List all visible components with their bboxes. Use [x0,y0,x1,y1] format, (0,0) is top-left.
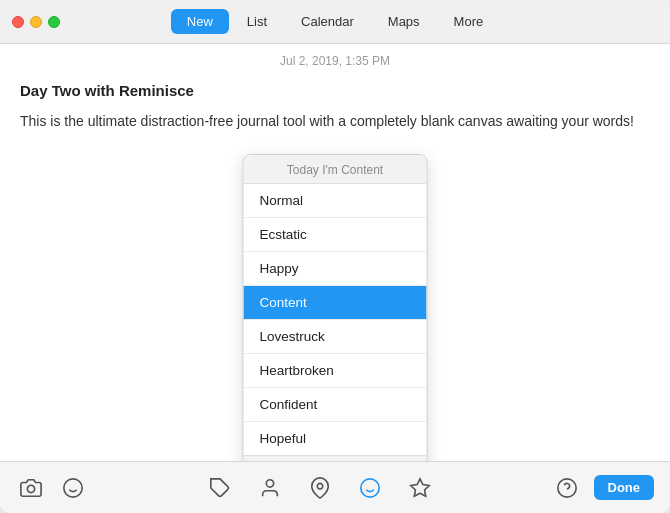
traffic-lights [12,16,60,28]
nav-tab-maps[interactable]: Maps [372,9,436,34]
main-content: Jul 2, 2019, 1:35 PM Day Two with Remini… [0,44,670,461]
close-button[interactable] [12,16,24,28]
journal-text: This is the ultimate distraction-free jo… [20,111,650,132]
nav-tabs: NewListCalendarMapsMore [171,9,499,34]
person-icon[interactable] [255,473,285,503]
date-header: Jul 2, 2019, 1:35 PM [0,44,670,74]
toolbar-left [16,473,88,503]
svg-point-5 [266,479,273,486]
svg-marker-10 [411,478,429,495]
location-icon[interactable] [305,473,335,503]
mood-item-content[interactable]: Content [244,286,427,320]
help-icon[interactable] [552,473,582,503]
zoom-button[interactable] [48,16,60,28]
svg-point-1 [64,478,82,496]
minimize-button[interactable] [30,16,42,28]
nav-tab-calendar[interactable]: Calendar [285,9,370,34]
mood-item-heartbroken[interactable]: Heartbroken [244,354,427,388]
mood-item-normal[interactable]: Normal [244,184,427,218]
mood-search-area [244,455,427,461]
titlebar: NewListCalendarMapsMore [0,0,670,44]
nav-tab-more[interactable]: More [438,9,500,34]
emoji-icon[interactable] [58,473,88,503]
svg-point-6 [317,483,323,489]
tag-icon[interactable] [205,473,235,503]
toolbar-center [205,473,435,503]
journal-title: Day Two with Reminisce [20,82,650,99]
mood-item-hopeful[interactable]: Hopeful [244,422,427,455]
mood-items-list: NormalEcstaticHappyContentLovestruckHear… [244,184,427,455]
nav-tab-new[interactable]: New [171,9,229,34]
mood-item-ecstatic[interactable]: Ecstatic [244,218,427,252]
svg-point-11 [557,478,575,496]
toolbar: Done [0,461,670,513]
done-button[interactable]: Done [594,475,655,500]
mood-item-lovestruck[interactable]: Lovestruck [244,320,427,354]
mood-dropdown-header: Today I'm Content [244,155,427,184]
app-window: NewListCalendarMapsMore Jul 2, 2019, 1:3… [0,0,670,513]
mood-item-confident[interactable]: Confident [244,388,427,422]
journal-body: Day Two with Reminisce This is the ultim… [0,74,670,148]
svg-point-7 [361,478,379,496]
toolbar-right: Done [552,473,655,503]
svg-point-0 [27,485,34,492]
mood-item-happy[interactable]: Happy [244,252,427,286]
mood-icon[interactable] [355,473,385,503]
star-icon[interactable] [405,473,435,503]
camera-icon[interactable] [16,473,46,503]
mood-dropdown: Today I'm Content NormalEcstaticHappyCon… [243,154,428,461]
nav-tab-list[interactable]: List [231,9,283,34]
